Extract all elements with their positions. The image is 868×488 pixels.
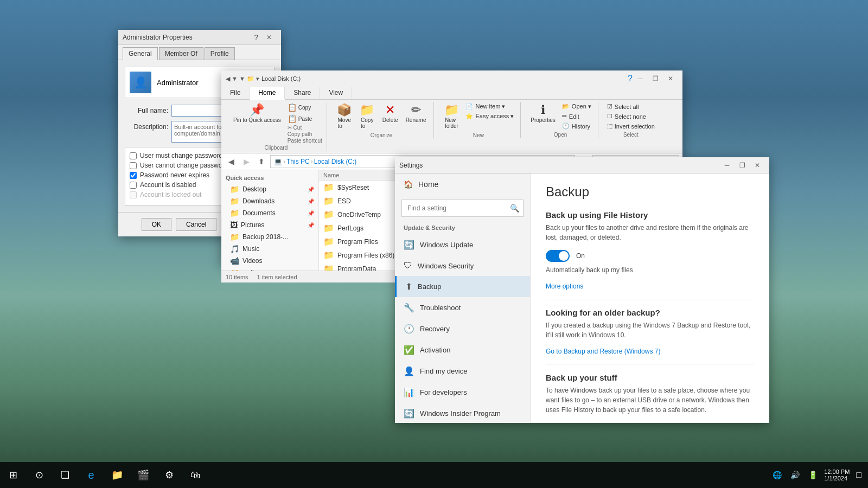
breadcrumb-local-disk[interactable]: Local Disk (C:) [314, 158, 357, 165]
move-to-btn[interactable]: 📦 Moveto [334, 102, 355, 131]
tab-view[interactable]: View [320, 87, 352, 99]
media-button[interactable]: 🎬 [130, 462, 156, 488]
more-options-link[interactable]: More options [546, 282, 754, 290]
paste-btn[interactable]: 📋 Paste [285, 113, 322, 124]
older-backup-link[interactable]: Go to Backup and Restore (Windows 7) [546, 348, 754, 355]
checkbox-cannot-change-input[interactable] [130, 162, 137, 169]
tab-file[interactable]: File [221, 87, 250, 99]
edge-button[interactable]: e [78, 462, 104, 488]
settings-nav-activation[interactable]: ✅ Activation [395, 339, 530, 361]
admin-close-btn[interactable]: ✕ [261, 30, 277, 45]
easy-access-icon: ⭐ [465, 113, 473, 120]
up-btn[interactable]: ⬆ [255, 155, 268, 168]
copy-btn[interactable]: 📋 Copy [285, 102, 322, 113]
sidebar-item-videos[interactable]: 📹 Videos [221, 255, 318, 267]
settings-nav-find-device[interactable]: 👤 Find my device [395, 361, 530, 382]
explorer-close-btn[interactable]: ✕ [663, 71, 678, 86]
explorer-help-btn[interactable]: ? [628, 74, 633, 84]
select-all-btn[interactable]: ☑ Select all [605, 102, 657, 111]
clock[interactable]: 12:00 PM1/1/2024 [824, 468, 850, 481]
auto-backup-row: On [546, 250, 754, 262]
settings-close-btn[interactable]: ✕ [750, 158, 765, 173]
settings-minimize-btn[interactable]: ─ [719, 158, 735, 173]
auto-backup-toggle[interactable] [546, 250, 570, 262]
speaker-icon[interactable]: 🔊 [788, 471, 802, 479]
settings-nav-troubleshoot[interactable]: 🔧 Troubleshoot [395, 297, 530, 318]
troubleshoot-label: Troubleshoot [420, 304, 461, 312]
new-item-icon: 📄 [465, 103, 473, 110]
back-btn[interactable]: ◀ [225, 155, 238, 168]
sidebar-item-backup-label: Backup 2018-... [242, 233, 288, 241]
settings-nav-recovery[interactable]: 🕐 Recovery [395, 318, 530, 339]
file-name: Program Files (x86) [337, 252, 394, 259]
select-none-icon: ☐ [607, 113, 612, 120]
new-small-btns: 📄 New item ▾ ⭐ Easy access ▾ [463, 102, 516, 131]
forward-btn[interactable]: ▶ [240, 155, 253, 168]
back-up-stuff-link[interactable]: Get more info about backup [546, 422, 754, 423]
tab-profile[interactable]: Profile [205, 47, 235, 60]
settings-home-btn[interactable]: 🏠 Home [395, 174, 530, 195]
sidebar-item-backup[interactable]: 📁 Backup 2018-... [221, 231, 318, 243]
new-item-btn[interactable]: 📄 New item ▾ [463, 102, 516, 111]
settings-window: Settings ─ ❐ ✕ 🏠 Home 🔍 Update & Securit… [395, 157, 769, 423]
invert-selection-btn[interactable]: ⬚ Invert selection [605, 121, 657, 131]
store-icon: 🛍 [190, 470, 200, 481]
settings-nav-windows-update[interactable]: 🔄 Windows Update [395, 234, 530, 255]
select-items: ☑ Select all ☐ Select none ⬚ Invert sele… [605, 102, 657, 131]
pin-quick-access-btn[interactable]: 📌 Pin to Quick access [230, 102, 284, 144]
properties-btn[interactable]: ℹ Properties [527, 102, 559, 131]
rename-btn[interactable]: ✏ Rename [403, 102, 430, 131]
settings-nav-backup[interactable]: ⬆ Backup [395, 276, 530, 297]
ok-button[interactable]: OK [142, 218, 171, 231]
easy-access-btn[interactable]: ⭐ Easy access ▾ [463, 112, 516, 121]
explorer-maximize-btn[interactable]: ❐ [648, 71, 663, 86]
auto-backup-desc: Automatically back up my files [546, 266, 633, 274]
documents-icon: 📁 [230, 209, 239, 217]
sidebar-item-documents[interactable]: 📁 Documents 📌 [221, 207, 318, 219]
start-button[interactable]: ⊞ [0, 462, 26, 488]
sidebar-item-wallpapers[interactable]: 📁 wallpapers [221, 267, 318, 271]
delete-btn[interactable]: ✕ Delete [379, 102, 401, 131]
checkbox-never-expires-input[interactable] [130, 172, 137, 179]
select-none-btn[interactable]: ☐ Select none [605, 112, 657, 121]
search-button[interactable]: ⊙ [26, 462, 52, 488]
taskbar: ⊞ ⊙ ❑ e 📁 🎬 ⚙ 🛍 🌐 🔊 🔋 12:00 PM1/1/2024 □ [0, 462, 868, 488]
tab-home[interactable]: Home [250, 87, 285, 100]
admin-help-btn[interactable]: ? [254, 33, 258, 42]
settings-taskbar-btn[interactable]: ⚙ [156, 462, 182, 488]
tab-member-of[interactable]: Member Of [159, 47, 203, 60]
page-title: Backup [546, 184, 754, 200]
settings-nav-developers[interactable]: 📊 For developers [395, 382, 530, 403]
sidebar-item-pictures[interactable]: 🖼 Pictures 📌 [221, 219, 318, 231]
explorer-minimize-btn[interactable]: ─ [633, 71, 648, 86]
sidebar-item-music[interactable]: 🎵 Music [221, 243, 318, 255]
store-button[interactable]: 🛍 [182, 462, 208, 488]
checkbox-locked-out-input[interactable] [130, 191, 137, 198]
settings-nav-insider[interactable]: 🔄 Windows Insider Program [395, 403, 530, 423]
task-view-button[interactable]: ❑ [52, 462, 78, 488]
cancel-button[interactable]: Cancel [176, 218, 216, 231]
open-btn[interactable]: 📂 Open ▾ [560, 102, 593, 111]
explorer-toolbar-icons: ◀ ▼ ▼ 📁 ▾ [226, 75, 259, 82]
windows-security-label: Windows Security [418, 262, 474, 270]
edit-btn[interactable]: ✏ Edit [560, 112, 593, 121]
breadcrumb-this-pc[interactable]: This PC [286, 158, 310, 165]
battery-icon[interactable]: 🔋 [806, 471, 820, 479]
settings-nav-windows-security[interactable]: 🛡 Windows Security [395, 255, 530, 276]
history-btn[interactable]: 🕐 History [560, 121, 593, 131]
sidebar-item-desktop[interactable]: 📁 Desktop 📌 [221, 183, 318, 195]
checkbox-must-change-input[interactable] [130, 152, 137, 159]
new-folder-btn[interactable]: 📁 Newfolder [441, 102, 462, 131]
network-icon[interactable]: 🌐 [770, 471, 784, 479]
file-explorer-taskbar-btn[interactable]: 📁 [104, 462, 130, 488]
checkbox-disabled-input[interactable] [130, 182, 137, 189]
sidebar-item-downloads[interactable]: 📁 Downloads 📌 [221, 195, 318, 207]
tab-share[interactable]: Share [285, 87, 320, 99]
copy-to-btn[interactable]: 📁 Copyto [356, 102, 378, 131]
tab-general[interactable]: General [123, 47, 158, 60]
settings-maximize-btn[interactable]: ❐ [735, 158, 750, 173]
settings-search: 🔍 [401, 200, 524, 217]
settings-search-input[interactable] [401, 200, 524, 217]
task-view-icon: ❑ [61, 469, 69, 481]
notification-icon[interactable]: □ [854, 470, 864, 480]
